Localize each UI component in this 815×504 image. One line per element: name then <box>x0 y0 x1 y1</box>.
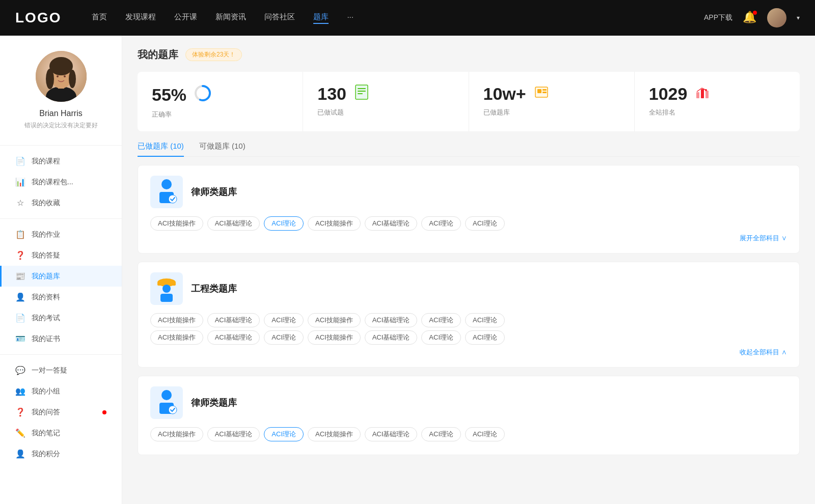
tag[interactable]: ACI技能操作 <box>308 216 361 231</box>
sidebar-item-favorites[interactable]: ☆ 我的收藏 <box>0 192 122 213</box>
page-title: 我的题库 <box>138 48 178 62</box>
lawyer-icon-wrap <box>150 176 183 208</box>
tag-active[interactable]: ACI理论 <box>264 427 304 441</box>
stat-done-banks: 10w+ 已做题库 <box>469 72 635 131</box>
notification-bell[interactable]: 🔔 <box>743 11 757 25</box>
tab-available[interactable]: 可做题库 (10) <box>199 142 246 156</box>
profile-avatar[interactable] <box>36 51 87 102</box>
sidebar-label: 我的资料 <box>32 293 106 302</box>
nav-opencourse[interactable]: 公开课 <box>174 12 197 24</box>
sidebar-item-profile[interactable]: 👤 我的资料 <box>0 287 122 307</box>
tag[interactable]: ACI理论 <box>465 216 505 231</box>
sidebar-label: 我的证书 <box>32 334 106 344</box>
nav-discover[interactable]: 发现课程 <box>125 12 156 24</box>
tag[interactable]: ACI基础理论 <box>365 216 418 231</box>
app-download[interactable]: APP下载 <box>704 13 732 22</box>
tag[interactable]: ACI理论 <box>421 330 461 345</box>
collapse-link[interactable]: 收起全部科目 ∧ <box>150 348 787 357</box>
sidebar-item-homework[interactable]: 📋 我的作业 <box>0 224 122 245</box>
sidebar-item-group[interactable]: 👥 我的小组 <box>0 381 122 402</box>
stat-label: 正确率 <box>152 110 288 119</box>
tag[interactable]: ACI基础理论 <box>207 427 260 441</box>
tag[interactable]: ACI技能操作 <box>308 313 361 327</box>
sidebar-item-courses[interactable]: 📄 我的课程 <box>0 151 122 172</box>
ranking-icon <box>694 84 711 104</box>
tag-active[interactable]: ACI理论 <box>264 216 304 231</box>
tag[interactable]: ACI理论 <box>264 330 304 345</box>
sidebar-label: 我的积分 <box>32 450 106 459</box>
notes-icon: ✏️ <box>15 428 25 438</box>
sidebar-label: 我的题库 <box>32 272 106 281</box>
tag[interactable]: ACI技能操作 <box>150 216 203 231</box>
stats-row: 55% 正确率 130 <box>138 72 800 131</box>
avatar[interactable] <box>767 8 786 27</box>
svg-rect-13 <box>358 91 366 92</box>
coursepack-icon: 📊 <box>15 177 25 187</box>
tab-done[interactable]: 已做题库 (10) <box>138 142 184 156</box>
sidebar-item-points[interactable]: 👤 我的积分 <box>0 443 122 464</box>
tag[interactable]: ACI技能操作 <box>150 330 203 345</box>
sidebar-label: 我的问答 <box>32 408 96 417</box>
stat-ranking: 1029 全站排名 <box>635 72 800 131</box>
sidebar-item-coursepack[interactable]: 📊 我的课程包... <box>0 172 122 192</box>
stat-label: 全站排名 <box>649 108 785 117</box>
tag[interactable]: ACI理论 <box>421 313 461 327</box>
tag[interactable]: ACI理论 <box>421 427 461 441</box>
nav-qa[interactable]: 问答社区 <box>264 12 295 24</box>
sidebar-item-oneone[interactable]: 💬 一对一答疑 <box>0 360 122 381</box>
qbank-card-engineer: 工程类题库 ACI技能操作 ACI基础理论 ACI理论 ACI技能操作 ACI基… <box>138 262 800 368</box>
sidebar-profile: Brian Harris 错误的决定比没有决定要好 <box>0 36 122 140</box>
sidebar-item-myqa[interactable]: ❓ 我的答疑 <box>0 245 122 266</box>
tag[interactable]: ACI基础理论 <box>365 427 418 441</box>
tag[interactable]: ACI技能操作 <box>308 330 361 345</box>
nav-questionbank[interactable]: 题库 <box>313 12 329 24</box>
tag[interactable]: ACI技能操作 <box>150 427 203 441</box>
qbank-title: 工程类题库 <box>191 283 237 295</box>
svg-rect-16 <box>537 89 541 93</box>
nav-news[interactable]: 新闻资讯 <box>215 12 246 24</box>
sidebar-item-exam[interactable]: 📄 我的考试 <box>0 307 122 328</box>
sidebar-item-notes[interactable]: ✏️ 我的笔记 <box>0 423 122 443</box>
tag[interactable]: ACI基础理论 <box>365 313 418 327</box>
tag[interactable]: ACI理论 <box>264 313 304 327</box>
tag[interactable]: ACI技能操作 <box>308 427 361 441</box>
tag[interactable]: ACI技能操作 <box>150 313 203 327</box>
tag[interactable]: ACI理论 <box>421 216 461 231</box>
navbar-right: APP下载 🔔 ▾ <box>704 8 800 27</box>
sidebar-label: 我的课程包... <box>32 178 106 187</box>
svg-point-8 <box>64 75 66 77</box>
svg-point-30 <box>161 390 172 400</box>
tag[interactable]: ACI理论 <box>465 313 505 327</box>
tag[interactable]: ACI基础理论 <box>207 313 260 327</box>
nav-more[interactable]: ··· <box>347 12 354 24</box>
qbank-card-lawyer1: 律师类题库 ACI技能操作 ACI基础理论 ACI理论 ACI技能操作 ACI基… <box>138 165 800 254</box>
chevron-down-icon[interactable]: ▾ <box>797 14 800 21</box>
tag[interactable]: ACI理论 <box>465 427 505 441</box>
sidebar-item-certificate[interactable]: 🪪 我的证书 <box>0 328 122 349</box>
unread-dot <box>102 410 106 414</box>
tag[interactable]: ACI基础理论 <box>207 330 260 345</box>
stat-label: 已做题库 <box>483 108 620 117</box>
tag[interactable]: ACI基础理论 <box>207 216 260 231</box>
sidebar-item-questions[interactable]: ❓ 我的问答 <box>0 402 122 423</box>
svg-point-7 <box>57 75 59 77</box>
tag[interactable]: ACI理论 <box>465 330 505 345</box>
nav-home[interactable]: 首页 <box>92 12 107 24</box>
questionbank-icon: 📰 <box>15 271 25 281</box>
certificate-icon: 🪪 <box>15 334 25 344</box>
sidebar-label: 我的答疑 <box>32 251 106 260</box>
qbank-header: 工程类题库 <box>150 272 787 305</box>
svg-rect-19 <box>696 92 699 98</box>
stat-value: 10w+ <box>483 84 526 104</box>
tags-row: ACI技能操作 ACI基础理论 ACI理论 ACI技能操作 ACI基础理论 AC… <box>150 427 787 441</box>
qbank-title: 律师类题库 <box>191 397 237 409</box>
sidebar-item-questionbank[interactable]: 📰 我的题库 <box>0 266 122 287</box>
svg-point-22 <box>705 89 707 91</box>
done-questions-icon <box>354 84 370 104</box>
sidebar: Brian Harris 错误的决定比没有决定要好 📄 我的课程 📊 我的课程包… <box>0 36 122 504</box>
notification-dot <box>753 11 757 15</box>
sidebar-label: 我的课程 <box>32 157 106 166</box>
sidebar-label: 我的收藏 <box>32 199 106 208</box>
tag[interactable]: ACI基础理论 <box>365 330 418 345</box>
expand-link[interactable]: 展开全部科目 ∨ <box>150 234 787 243</box>
